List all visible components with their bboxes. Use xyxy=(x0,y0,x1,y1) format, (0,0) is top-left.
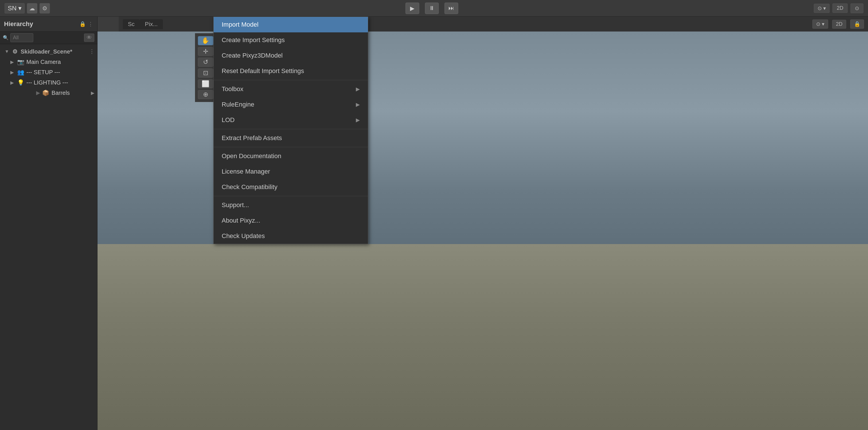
expand-arrow: ▼ xyxy=(5,49,9,54)
context-menu: Import ModelCreate Import SettingsCreate… xyxy=(213,16,368,244)
hierarchy-panel: Hierarchy 🔒 ⋮ 🔍 👁 ▼ ⚙ Skidloader_Scene* … xyxy=(0,16,97,430)
menu-item-label: Extract Prefab Assets xyxy=(222,134,282,142)
scene-tab-label: Sc xyxy=(128,21,134,27)
menu-item-check-compatibility[interactable]: Check Compatibility xyxy=(214,179,368,195)
viewport-controls: ⊙ ▾ 2D 🔒 xyxy=(812,20,864,29)
2d-button[interactable]: 2D xyxy=(832,3,848,13)
camera-icon: 📷 xyxy=(17,59,24,65)
pause-button[interactable]: ⏸ xyxy=(425,3,439,14)
gizmo-button[interactable]: 🔒 xyxy=(850,20,864,29)
menu-item-create-import-settings[interactable]: Create Import Settings xyxy=(214,32,368,48)
ground-plane xyxy=(97,244,868,430)
barrels-icon: 📦 xyxy=(42,89,49,96)
expand-arrow-lighting: ▶ xyxy=(10,80,15,86)
camera-view-button[interactable]: ⊙ ▾ xyxy=(812,20,828,29)
hierarchy-item-lighting[interactable]: ▶ 💡 --- LIGHTING --- xyxy=(0,77,97,88)
menu-item-license-manager[interactable]: License Manager xyxy=(214,164,368,179)
scene-name: Skidloader_Scene* xyxy=(21,48,72,55)
lock-icon[interactable]: 🔒 xyxy=(80,21,86,27)
chevron-down-icon: ▾ xyxy=(18,5,22,12)
menu-item-lod[interactable]: LOD▶ xyxy=(214,112,368,128)
hierarchy-title: Hierarchy xyxy=(4,20,33,28)
search-icon: 🔍 xyxy=(3,35,9,40)
barrels-label: Barrels xyxy=(52,90,70,96)
menu-item-check-updates[interactable]: Check Updates xyxy=(214,228,368,244)
search-bar: 🔍 👁 xyxy=(0,32,97,44)
menu-item-toolbox[interactable]: Toolbox▶ xyxy=(214,81,368,97)
menu-item-support[interactable]: Support... xyxy=(214,197,368,213)
menu-item-label: About Pixyz... xyxy=(222,217,260,224)
hierarchy-item-main-camera[interactable]: ▶ 📷 Main Camera xyxy=(0,57,97,67)
layers-button[interactable]: ⊙ xyxy=(850,3,863,13)
light-icon: 💡 xyxy=(17,79,24,86)
menu-item-label: LOD xyxy=(222,116,235,124)
submenu-arrow-icon: ▶ xyxy=(356,101,360,108)
menu-item-extract-prefab-assets[interactable]: Extract Prefab Assets xyxy=(214,130,368,146)
menu-item-label: License Manager xyxy=(222,168,270,175)
menu-item-create-pixyz3dmodel[interactable]: Create Pixyz3DModel xyxy=(214,48,368,63)
menu-item-label: Check Updates xyxy=(222,232,265,240)
unity-collab-icon[interactable]: ⚙ xyxy=(39,3,50,13)
main-camera-label: Main Camera xyxy=(26,59,61,65)
viewport-area: Sc Pix... ⊙ ▾ 2D 🔒 ✋ ✛ ↺ ⊡ ⬜ ⊕ Import Mo… xyxy=(97,16,868,430)
setup-label: --- SETUP --- xyxy=(26,69,60,76)
scale-tool-button[interactable]: ⊡ xyxy=(198,68,213,78)
pixyz-tab-label: Pix... xyxy=(145,21,157,27)
sn-label: SN xyxy=(8,5,17,12)
submenu-arrow-icon: ▶ xyxy=(356,86,360,92)
hierarchy-list: ▼ ⚙ Skidloader_Scene* ⋮ ▶ 📷 Main Camera … xyxy=(0,44,97,100)
step-button[interactable]: ⏭ xyxy=(444,3,458,14)
layer-dropdown[interactable]: ⊙ ▾ xyxy=(814,4,830,13)
visibility-toggle[interactable]: 👁 xyxy=(84,34,94,42)
search-input[interactable] xyxy=(10,33,33,42)
hierarchy-item-barrels[interactable]: ▶ 📦 Barrels ▶ xyxy=(0,88,97,98)
group-icon: 👥 xyxy=(17,69,24,76)
expand-arrow-camera: ▶ xyxy=(10,59,15,65)
menu-item-about-pixyz[interactable]: About Pixyz... xyxy=(214,213,368,228)
menu-item-label: Open Documentation xyxy=(222,153,281,160)
menu-separator xyxy=(214,129,368,129)
transform-tool-button[interactable]: ⊕ xyxy=(198,90,213,99)
menu-item-label: Import Model xyxy=(222,21,258,28)
2d-view-button[interactable]: 2D xyxy=(832,20,846,29)
scene-tab[interactable]: Sc xyxy=(123,19,140,29)
pixyz-tab[interactable]: Pix... xyxy=(140,19,163,29)
rect-tool-button[interactable]: ⬜ xyxy=(198,79,213,89)
lighting-label: --- LIGHTING --- xyxy=(26,79,68,86)
barrels-arrow-right: ▶ xyxy=(36,90,40,96)
menu-item-label: Support... xyxy=(222,201,249,209)
menu-item-open-documentation[interactable]: Open Documentation xyxy=(214,148,368,164)
menu-item-label: Check Compatibility xyxy=(222,183,277,191)
scene-root[interactable]: ▼ ⚙ Skidloader_Scene* ⋮ xyxy=(0,46,97,57)
toolbar-strip: ✋ ✛ ↺ ⊡ ⬜ ⊕ xyxy=(195,33,216,102)
menu-item-reset-default-import-settings[interactable]: Reset Default Import Settings xyxy=(214,63,368,79)
menu-item-label: Toolbox xyxy=(222,86,244,93)
more-icon[interactable]: ⋮ xyxy=(88,21,93,27)
cloud-icon[interactable]: ☁ xyxy=(27,3,37,13)
submenu-arrow-icon: ▶ xyxy=(356,117,360,123)
hand-tool-button[interactable]: ✋ xyxy=(198,36,213,45)
menu-item-label: Reset Default Import Settings xyxy=(222,67,304,75)
expand-arrow-setup: ▶ xyxy=(10,70,15,75)
menu-separator xyxy=(214,147,368,147)
move-tool-button[interactable]: ✛ xyxy=(198,47,213,56)
menu-separator xyxy=(214,80,368,80)
menu-item-label: Create Pixyz3DModel xyxy=(222,52,283,59)
menu-item-ruleengine[interactable]: RuleEngine▶ xyxy=(214,97,368,112)
rotate-tool-button[interactable]: ↺ xyxy=(198,58,213,67)
barrels-expand[interactable]: ▶ xyxy=(91,90,94,96)
menu-separator xyxy=(214,196,368,196)
play-button[interactable]: ▶ xyxy=(405,3,419,14)
menu-item-import-model[interactable]: Import Model xyxy=(214,17,368,32)
hierarchy-header: Hierarchy 🔒 ⋮ xyxy=(0,16,97,32)
scene-options[interactable]: ⋮ xyxy=(89,48,94,55)
hierarchy-item-setup[interactable]: ▶ 👥 --- SETUP --- xyxy=(0,67,97,77)
top-bar: SN ▾ ☁ ⚙ ▶ ⏸ ⏭ ⊙ ▾ 2D ⊙ xyxy=(0,0,868,16)
scene-icon: ⚙ xyxy=(11,48,18,55)
menu-item-label: Create Import Settings xyxy=(222,36,285,44)
menu-item-label: RuleEngine xyxy=(222,101,254,108)
sn-dropdown[interactable]: SN ▾ xyxy=(5,3,25,13)
